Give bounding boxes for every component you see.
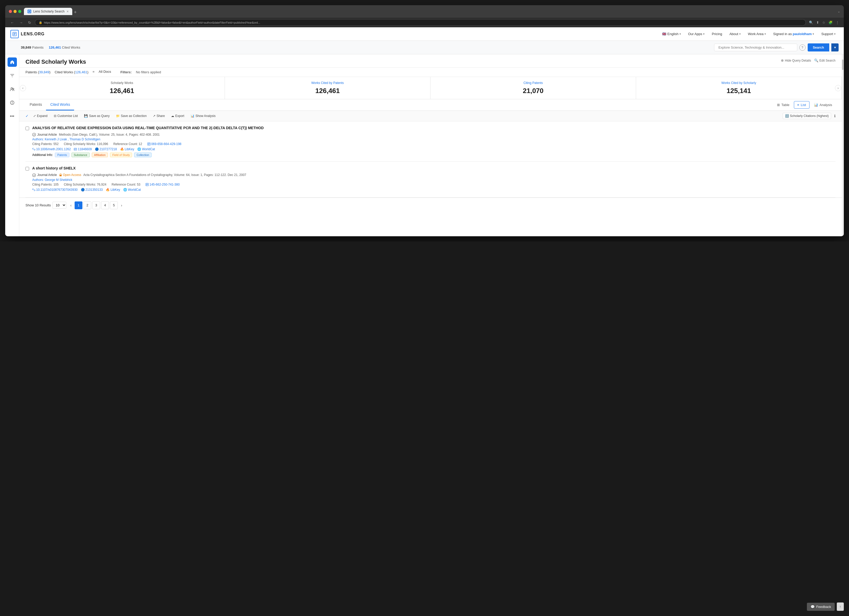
save-as-query-button[interactable]: 💾 Save as Query: [82, 113, 111, 119]
menu-icon[interactable]: ⋮: [835, 19, 840, 25]
address-bar[interactable]: 🔒 https://www.lens.org/lens/search/schol…: [35, 19, 806, 26]
libkey-link-2[interactable]: 🔥 LibKey: [106, 188, 120, 192]
prev-page-button[interactable]: ‹: [69, 202, 74, 209]
svg-point-19: [33, 174, 36, 177]
authors-label-1: Authors:: [32, 137, 45, 141]
prev-stats-button[interactable]: ‹: [20, 85, 26, 91]
save-collection-label: Save as Collection: [121, 114, 147, 118]
page-button-3[interactable]: 3: [92, 201, 100, 209]
filter-patents-tab[interactable]: Patents (39,849): [25, 70, 51, 74]
expand-button[interactable]: ⤢ Expand: [32, 113, 49, 119]
open-access-badge: Open Access: [59, 173, 81, 177]
maximize-window-button[interactable]: [18, 10, 21, 13]
nav-work-area[interactable]: Work Area ▾: [745, 30, 769, 38]
tab-cited-works[interactable]: Cited Works: [46, 99, 74, 110]
hide-query-button[interactable]: ⊗ Hide Query Details: [781, 58, 811, 62]
badge-collection-1[interactable]: Collection: [134, 153, 151, 157]
result-checkbox-1[interactable]: [25, 126, 29, 130]
filter-cited-tab[interactable]: Cited Works (126,461): [55, 70, 88, 74]
new-tab-button[interactable]: +: [72, 10, 78, 15]
results-per-page-select[interactable]: 10 25 50: [52, 202, 66, 209]
edit-search-button[interactable]: 🔍 Edit Search: [814, 58, 836, 62]
no-filters-text: No filters applied: [136, 70, 161, 74]
back-button[interactable]: ←: [9, 19, 16, 26]
window-control[interactable]: ⌄: [837, 10, 840, 13]
semantic-link-1[interactable]: 🔵 2107277218: [95, 147, 117, 151]
scrollbar[interactable]: [842, 54, 844, 236]
show-results-label: Show 10 Results: [25, 203, 51, 207]
result-checkbox-2[interactable]: [25, 167, 29, 171]
result-title-2[interactable]: A short history of SHELX: [32, 166, 836, 171]
save-as-collection-button[interactable]: 📁 Save as Collection: [115, 113, 148, 119]
sort-button[interactable]: 🔢 Scholarly Citations (highest): [783, 113, 831, 119]
nav-signed-in[interactable]: Signed in as pauloldham ▾: [770, 30, 817, 38]
nav-our-apps[interactable]: Our Apps ▾: [685, 30, 708, 38]
star-icon[interactable]: ☆: [821, 19, 827, 25]
nav-support-label: Support: [821, 32, 833, 36]
badge-patents-1[interactable]: Patents: [55, 153, 69, 157]
sidebar-home-icon[interactable]: [7, 57, 17, 67]
export-button[interactable]: ☁ Export: [170, 113, 186, 119]
analysis-view-button[interactable]: 📊 Analysis: [810, 101, 836, 109]
pmid-link-1[interactable]: 11846609: [74, 147, 91, 151]
badge-field-1[interactable]: Field of Study: [110, 153, 132, 157]
sidebar-info-icon[interactable]: [7, 98, 17, 107]
info-button[interactable]: ℹ: [834, 114, 836, 118]
header-actions: ⊗ Hide Query Details 🔍 Edit Search: [781, 58, 836, 62]
save-query-label: Save as Query: [89, 114, 109, 118]
tab-patents[interactable]: Patents: [25, 99, 46, 110]
semantic-link-2[interactable]: 🔵 2131350133: [81, 188, 103, 192]
filters-label: Filters:: [121, 70, 131, 74]
result-title-1[interactable]: ANALYSIS OF RELATIVE GENE EXPRESSION DAT…: [32, 125, 836, 131]
table-view-button[interactable]: ⊞ Table: [774, 101, 793, 109]
minimize-window-button[interactable]: [13, 10, 16, 13]
page-button-2[interactable]: 2: [83, 201, 91, 209]
page-button-5[interactable]: 5: [110, 201, 118, 209]
scrollbar-thumb[interactable]: [842, 60, 843, 70]
bookmark-icon[interactable]: 🔍: [808, 19, 814, 25]
chevron-down-icon: ▾: [679, 33, 681, 35]
stat-label-1[interactable]: Works Cited by Patents: [230, 81, 425, 85]
search-dropdown-button[interactable]: ▾: [831, 43, 839, 52]
search-input[interactable]: [714, 44, 797, 51]
customise-label: Customise List: [57, 114, 78, 118]
search-button[interactable]: Search: [808, 43, 829, 52]
badge-affiliation-1[interactable]: Affiliation: [92, 153, 108, 157]
author-link-1[interactable]: Kenneth J Livak , Thomas D Schmittgen: [45, 137, 100, 141]
sidebar-filter-icon[interactable]: [7, 71, 17, 80]
page-button-1[interactable]: 1: [74, 201, 82, 209]
worldcat-link-2[interactable]: 🌐 WorldCat: [123, 188, 141, 192]
share-icon[interactable]: ⬆: [815, 19, 820, 25]
show-analysis-button[interactable]: 📊 Show Analysis: [189, 113, 217, 119]
logo-text: LENS.ORG: [21, 32, 45, 36]
browser-tab-active[interactable]: Lens Scholarly Search ×: [24, 8, 72, 15]
close-window-button[interactable]: [9, 10, 12, 13]
sidebar-users-icon[interactable]: [7, 85, 17, 94]
page-button-4[interactable]: 4: [101, 201, 109, 209]
doi-link-2[interactable]: 10.1107/s0108767307043930: [32, 188, 78, 192]
libkey-link-1[interactable]: 🔥 LibKey: [120, 147, 134, 151]
next-page-button[interactable]: ›: [119, 202, 124, 209]
nav-support[interactable]: Support ▾: [818, 30, 839, 38]
doi-link-1[interactable]: 10.1006/meth.2001.1262: [32, 147, 71, 151]
nav-english[interactable]: 🇬🇧 English ▾: [659, 30, 684, 38]
stat-label-2[interactable]: Citing Patents: [436, 81, 631, 85]
next-stats-button[interactable]: ›: [835, 85, 841, 91]
content-wrapper: Cited Scholarly Works ⊗ Hide Query Detai…: [19, 54, 842, 236]
tab-close-button[interactable]: ×: [67, 9, 69, 13]
customise-list-button[interactable]: ⊟ Customise List: [52, 113, 79, 119]
forward-button[interactable]: →: [18, 19, 24, 26]
badge-substance-1[interactable]: Substance: [71, 153, 90, 157]
help-button[interactable]: ?: [799, 45, 806, 51]
refresh-button[interactable]: ↻: [27, 19, 33, 26]
share-button[interactable]: ↗ Share: [151, 113, 166, 119]
worldcat-link-1[interactable]: 🌐 WorldCat: [137, 147, 155, 151]
addressbar-actions: 🔍 ⬆ ☆ 🧩 ⋮: [808, 19, 840, 25]
nav-about[interactable]: About ▾: [726, 30, 744, 38]
stat-label-3[interactable]: Works Cited by Scholarly: [641, 81, 836, 85]
extension-icon[interactable]: 🧩: [827, 19, 834, 25]
list-view-button[interactable]: ≡ List: [794, 101, 809, 109]
sidebar-more-icon[interactable]: •••: [7, 112, 17, 121]
nav-pricing[interactable]: Pricing: [709, 30, 725, 38]
author-link-2[interactable]: George M Sheldrick: [45, 178, 72, 182]
